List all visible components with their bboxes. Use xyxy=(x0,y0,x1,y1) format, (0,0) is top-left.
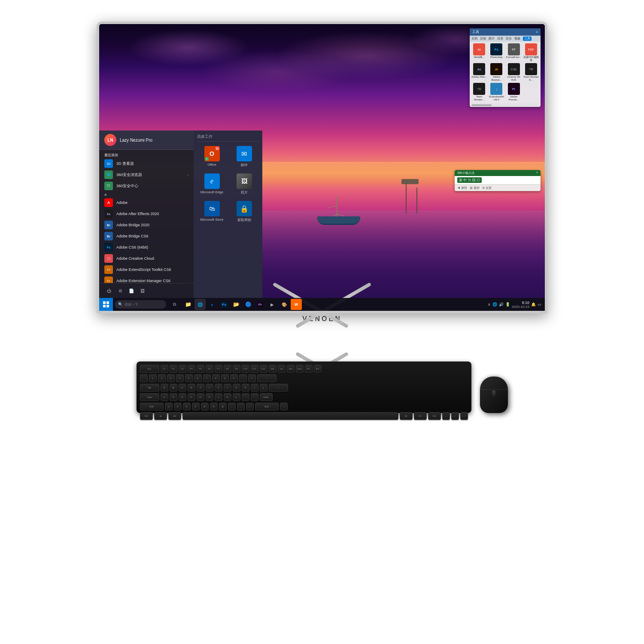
photos-icon[interactable]: 🖼 xyxy=(138,286,147,295)
key-left[interactable]: ← xyxy=(442,412,450,420)
power-icon[interactable]: ⏻ xyxy=(104,286,114,295)
taskbar-app-360[interactable]: 🌐 xyxy=(194,299,206,310)
key-2[interactable]: 2 xyxy=(158,374,166,382)
key-lshift[interactable]: Shift xyxy=(140,403,164,410)
key-y[interactable]: Y xyxy=(206,384,213,392)
key-9[interactable]: 9 xyxy=(221,374,229,382)
key-quote[interactable]: ' xyxy=(251,393,258,401)
tray-notification[interactable]: 🔔 xyxy=(531,302,536,307)
key-f1[interactable]: F1 xyxy=(161,365,168,373)
key-f2[interactable]: F2 xyxy=(170,365,177,373)
key-end[interactable]: End xyxy=(296,365,304,373)
key-f5[interactable]: F5 xyxy=(197,365,204,373)
key-comma[interactable]: , xyxy=(228,403,236,410)
rp-icon-pdf[interactable]: PDF 迅捷PDF编辑器 xyxy=(523,43,539,61)
key-ctrl[interactable]: Ctrl xyxy=(140,412,153,420)
mouse-scroll-wheel[interactable] xyxy=(492,390,495,396)
key-backtick[interactable]: ` xyxy=(140,374,148,382)
taskbar-app-misc2[interactable]: 🎨 xyxy=(279,299,290,310)
pinned-mail[interactable]: ✉ 邮件 xyxy=(229,144,259,169)
key-n[interactable]: N xyxy=(210,403,218,410)
app-item-bridgecs6[interactable]: Br Adobe Bridge CS6 xyxy=(99,231,194,242)
key-space[interactable] xyxy=(182,412,398,420)
app-item-360center[interactable]: 🛡 360安全中心 xyxy=(99,180,194,191)
key-h[interactable]: H xyxy=(206,393,213,401)
key-c[interactable]: C xyxy=(183,403,191,410)
tray-battery[interactable]: 🔋 xyxy=(505,302,510,307)
key-k[interactable]: K xyxy=(224,393,231,401)
key-3[interactable]: 3 xyxy=(167,374,175,382)
key-0[interactable]: 0 xyxy=(230,374,238,382)
pinned-photos[interactable]: 🖼 照片 xyxy=(229,172,259,197)
app-item-estk[interactable]: ES Adobe ExtendScript Toolkit CS6 xyxy=(99,264,194,275)
taskbar-search-bar[interactable]: 🔍 xyxy=(115,300,166,309)
key-t[interactable]: T xyxy=(197,384,204,392)
app-item-adobe[interactable]: A Adobe xyxy=(99,197,194,208)
key-f3[interactable]: F3 xyxy=(179,365,186,373)
app-item-cc[interactable]: ⬡ Adobe Creative Cloud xyxy=(99,253,194,264)
key-x[interactable]: X xyxy=(174,403,182,410)
app-item-bridge2020[interactable]: Br Adobe Bridge 2020 xyxy=(99,219,194,231)
key-f7[interactable]: F7 xyxy=(215,365,222,373)
key-m[interactable]: M xyxy=(219,403,227,410)
key-o[interactable]: O xyxy=(233,384,240,392)
key-f8[interactable]: F8 xyxy=(224,365,231,373)
rp-icon-premiere[interactable]: Pr Adobe Premie... xyxy=(506,83,522,101)
key-f[interactable]: F xyxy=(188,393,195,401)
pinned-office[interactable]: O W X Office xyxy=(197,144,227,169)
key-e[interactable]: E xyxy=(179,384,186,392)
taskbar-app-edge[interactable]: e xyxy=(207,299,218,310)
key-lbracket[interactable]: [ xyxy=(251,384,258,392)
taskbar-task-view[interactable]: ⧉ xyxy=(169,299,180,310)
key-slash[interactable]: / xyxy=(246,403,254,410)
key-right[interactable]: → xyxy=(460,412,468,420)
key-s[interactable]: S xyxy=(170,393,177,401)
key-backspace[interactable]: ← xyxy=(257,374,276,382)
key-home[interactable]: Hm xyxy=(287,365,295,373)
tray-network[interactable]: 🌐 xyxy=(492,302,497,307)
key-period[interactable]: . xyxy=(237,403,245,410)
key-u[interactable]: U xyxy=(215,384,222,392)
search-input[interactable] xyxy=(125,303,155,307)
key-d[interactable]: D xyxy=(179,393,186,401)
key-i[interactable]: I xyxy=(224,384,231,392)
key-equals[interactable]: = xyxy=(248,374,256,382)
rp-icon-idownload[interactable]: ↓ iDownloadAll U9.0 xyxy=(489,83,504,101)
pinned-help[interactable]: 🔒 获取帮助 xyxy=(229,199,259,224)
key-p[interactable]: P xyxy=(242,384,249,392)
key-caps[interactable]: Caps xyxy=(140,393,159,401)
key-enter[interactable]: Enter xyxy=(260,393,273,401)
key-semicolon[interactable]: ; xyxy=(242,393,249,401)
pinned-edge[interactable]: e Microsoft Edge xyxy=(197,172,227,197)
file-manager-close[interactable]: × xyxy=(536,30,538,34)
key-down[interactable]: ↓ xyxy=(451,412,459,420)
key-del[interactable]: Del xyxy=(269,365,276,373)
key-f4[interactable]: F4 xyxy=(188,365,195,373)
taskbar-app-pinned1[interactable]: W xyxy=(291,299,302,310)
key-fn[interactable]: Fn xyxy=(414,412,427,420)
key-8[interactable]: 8 xyxy=(212,374,220,382)
key-v[interactable]: V xyxy=(192,403,200,410)
settings-icon[interactable]: ⚙ xyxy=(115,286,125,295)
key-b[interactable]: B xyxy=(201,403,209,410)
pinned-store[interactable]: 🛍 Microsoft Store xyxy=(197,199,227,224)
key-f10[interactable]: F10 xyxy=(242,365,249,373)
app-item-exman[interactable]: Ex Adobe Extension Manager CS6 xyxy=(99,275,194,283)
key-ins[interactable]: Ins xyxy=(278,365,286,373)
key-ralt[interactable]: Alt xyxy=(400,412,413,420)
taskbar-app-explorer[interactable]: 📁 xyxy=(182,299,194,310)
rp-icon-teamrender2[interactable]: TR Team Render... xyxy=(471,83,487,101)
tray-volume[interactable]: 🔊 xyxy=(499,302,504,307)
mouse[interactable] xyxy=(480,377,508,413)
key-minus[interactable]: - xyxy=(239,374,247,382)
key-rshift[interactable]: Shift xyxy=(255,403,279,410)
key-alt[interactable]: Alt xyxy=(168,412,181,420)
rp-icon-teamrender1[interactable]: TR Team Render S... xyxy=(523,63,539,81)
key-pgup[interactable]: PU xyxy=(305,365,313,373)
key-f12[interactable]: F12 xyxy=(260,365,267,373)
key-r[interactable]: R xyxy=(188,384,195,392)
key-w[interactable]: W xyxy=(170,384,177,392)
key-l[interactable]: L xyxy=(233,393,240,401)
key-g[interactable]: G xyxy=(197,393,204,401)
key-4[interactable]: 4 xyxy=(176,374,184,382)
